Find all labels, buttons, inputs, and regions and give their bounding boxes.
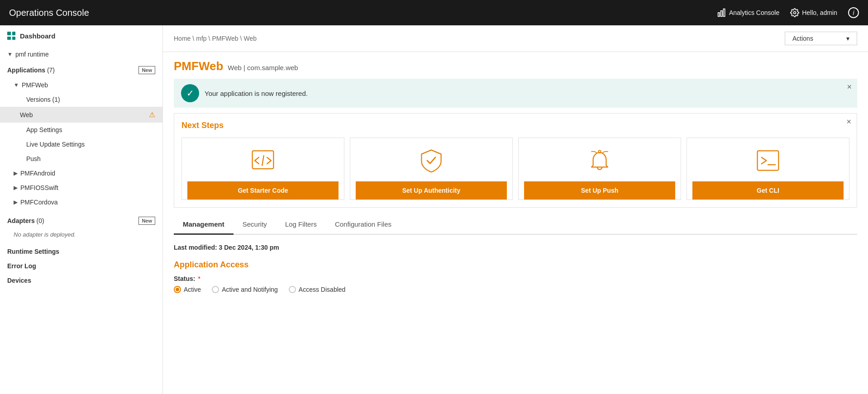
page-title-row: PMFWeb Web | com.sample.web	[174, 59, 857, 73]
breadcrumb-sep2: \	[209, 35, 210, 42]
pmfiosswift-tree-item[interactable]: ▶ PMFIOSSwift	[0, 180, 162, 195]
push-item[interactable]: Push	[0, 152, 162, 166]
set-up-push-card[interactable]: Set Up Push	[518, 138, 681, 200]
bell-icon	[586, 147, 613, 174]
next-steps-title: Next Steps	[181, 121, 849, 130]
app-subtitle: Web | com.sample.web	[228, 64, 298, 71]
analytics-icon	[717, 8, 726, 17]
breadcrumb-pmfweb[interactable]: PMFWeb	[212, 35, 238, 42]
next-steps-close-button[interactable]: ×	[846, 117, 851, 127]
terminal-icon	[754, 147, 782, 174]
actions-dropdown[interactable]: Actions ▾	[785, 32, 857, 45]
push-svg	[587, 148, 612, 173]
get-starter-code-button[interactable]: Get Starter Code	[187, 181, 339, 199]
radio-notifying-label: Active and Notifying	[222, 286, 278, 293]
breadcrumb: Home \ mfp \ PMFWeb \ Web	[174, 35, 257, 42]
info-button[interactable]: i	[848, 7, 859, 18]
radio-active-label: Active	[184, 286, 201, 293]
breadcrumb-mfp[interactable]: mfp	[196, 35, 206, 42]
app-name: PMFWeb	[174, 59, 223, 73]
main-layout: Dashboard ▼ pmf runtime Applications (7)…	[0, 25, 868, 394]
banner-close-button[interactable]: ×	[847, 82, 852, 92]
svg-line-5	[262, 156, 264, 166]
actions-label: Actions	[792, 35, 813, 42]
versions-item[interactable]: Versions (1)	[0, 92, 162, 107]
user-menu[interactable]: Hello, admin	[790, 8, 837, 17]
pmf-runtime-label: pmf runtime	[15, 51, 49, 58]
web-item[interactable]: Web ⚠	[0, 107, 162, 123]
radio-active[interactable]: Active	[174, 286, 201, 293]
radio-circle-notifying	[212, 286, 219, 293]
get-cli-card[interactable]: Get CLI	[687, 138, 849, 200]
cli-svg	[756, 148, 780, 173]
next-steps-section: Next Steps × Get Starter Code	[174, 113, 857, 208]
last-modified: Last modified: 3 Dec 2024, 1:30 pm	[174, 244, 857, 251]
success-banner: ✓ Your application is now registered. ×	[174, 79, 857, 108]
chevron-down-icon: ▾	[846, 35, 849, 42]
code-icon	[249, 147, 277, 174]
breadcrumb-home[interactable]: Home	[174, 35, 191, 42]
devices-item[interactable]: Devices	[0, 273, 162, 288]
sidebar: Dashboard ▼ pmf runtime Applications (7)…	[0, 25, 163, 394]
status-row: Status: *	[174, 275, 857, 282]
svg-rect-2	[723, 9, 725, 17]
analytics-label: Analytics Console	[729, 9, 779, 16]
radio-circle-disabled	[289, 286, 296, 293]
chevron-right-icon: ▶	[14, 199, 18, 205]
app-settings-item[interactable]: App Settings	[0, 123, 162, 137]
main-content: Home \ mfp \ PMFWeb \ Web Actions ▾ PMFW…	[163, 25, 868, 394]
new-badge[interactable]: New	[138, 66, 155, 74]
tab-log-filters[interactable]: Log Filters	[276, 215, 326, 235]
adapters-label: Adapters (0)	[7, 217, 44, 224]
tabs-bar: Management Security Log Filters Configur…	[174, 215, 857, 235]
set-up-authenticity-button[interactable]: Set Up Authenticity	[356, 181, 507, 199]
svg-point-3	[794, 12, 796, 14]
breadcrumb-bar: Home \ mfp \ PMFWeb \ Web Actions ▾	[163, 25, 868, 52]
set-up-authenticity-card[interactable]: Set Up Authenticity	[350, 138, 513, 200]
pmf-runtime-section[interactable]: ▼ pmf runtime	[0, 46, 162, 62]
app-access-title: Application Access	[174, 260, 857, 270]
chevron-down-icon: ▼	[14, 82, 19, 88]
dashboard-item[interactable]: Dashboard	[0, 25, 162, 46]
no-adapter-text: No adapter is deployed.	[0, 228, 162, 241]
tab-configuration-files[interactable]: Configuration Files	[326, 215, 401, 235]
status-label: Status:	[174, 275, 195, 282]
svg-rect-1	[720, 11, 722, 17]
dashboard-icon	[7, 32, 15, 40]
top-navigation: Operations Console Analytics Console Hel…	[0, 0, 868, 25]
svg-rect-0	[718, 13, 720, 16]
runtime-settings-item[interactable]: Runtime Settings	[0, 244, 162, 259]
radio-disabled-label: Access Disabled	[299, 286, 346, 293]
error-log-item[interactable]: Error Log	[0, 259, 162, 273]
breadcrumb-web[interactable]: Web	[243, 35, 257, 42]
get-cli-button[interactable]: Get CLI	[692, 181, 844, 199]
analytics-console-link[interactable]: Analytics Console	[717, 8, 779, 17]
applications-section: Applications (7) New	[0, 62, 162, 78]
get-starter-code-card[interactable]: Get Starter Code	[181, 138, 344, 200]
breadcrumb-sep3: \	[240, 35, 242, 42]
adapters-new-badge[interactable]: New	[138, 217, 155, 225]
management-content: Last modified: 3 Dec 2024, 1:30 pm Appli…	[163, 235, 868, 302]
pmfcordova-tree-item[interactable]: ▶ PMFCordova	[0, 195, 162, 209]
radio-active-notifying[interactable]: Active and Notifying	[212, 286, 278, 293]
tab-management[interactable]: Management	[174, 215, 234, 235]
set-up-push-button[interactable]: Set Up Push	[524, 181, 675, 199]
breadcrumb-sep1: \	[192, 35, 194, 42]
warning-icon: ⚠	[149, 110, 155, 119]
pmfweb-tree-item[interactable]: ▼ PMFWeb	[0, 78, 162, 92]
adapters-section: Adapters (0) New	[0, 213, 162, 228]
radio-circle-active	[174, 286, 181, 293]
radio-access-disabled[interactable]: Access Disabled	[289, 286, 346, 293]
chevron-down-icon: ▼	[7, 51, 13, 57]
tab-security[interactable]: Security	[234, 215, 276, 235]
top-nav-right: Analytics Console Hello, admin i	[717, 7, 859, 18]
live-update-settings-item[interactable]: Live Update Settings	[0, 137, 162, 152]
app-title: Operations Console	[9, 8, 717, 18]
page-header: PMFWeb Web | com.sample.web	[163, 52, 868, 73]
success-message: Your application is now registered.	[205, 90, 308, 97]
chevron-right-icon: ▶	[14, 170, 18, 176]
pmfandroid-tree-item[interactable]: ▶ PMFAndroid	[0, 166, 162, 180]
svg-point-6	[598, 151, 601, 153]
chevron-right-icon: ▶	[14, 185, 18, 191]
dashboard-label: Dashboard	[20, 32, 55, 40]
